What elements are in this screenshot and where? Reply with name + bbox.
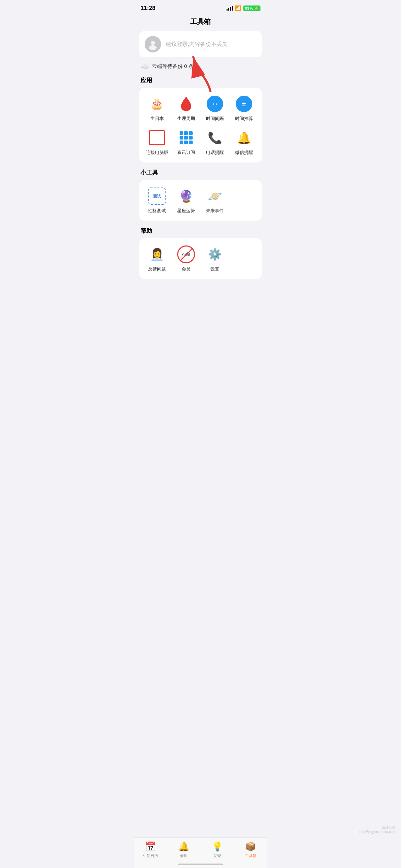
news-sub-item[interactable]: 资讯订阅 xyxy=(172,129,200,156)
cloud-backup-row: ☁️ 云端等待备份 0 条 xyxy=(134,62,267,76)
birthday-label: 生日本 xyxy=(150,116,164,122)
help-row-1: 👩‍💼 反馈问题 Ads 会员 ⚙️ 设置 xyxy=(143,245,258,272)
wechat-reminder-label: 微信提醒 xyxy=(235,149,253,156)
birthday-icon: 🎂 xyxy=(148,95,166,113)
vip-label: 会员 xyxy=(182,266,191,272)
future-events-icon: 🪐 xyxy=(206,187,224,205)
ads-text: Ads xyxy=(182,252,191,257)
future-events-label: 未来事件 xyxy=(206,208,224,214)
personality-label: 性格测试 xyxy=(148,208,166,214)
apps-row-2: 连接电脑版 资讯订阅 xyxy=(143,129,258,156)
horoscope-item[interactable]: 🔮 星座运势 xyxy=(172,187,200,214)
birthday-item[interactable]: 🎂 生日本 xyxy=(143,95,171,122)
cloud-backup-label: 云端等待备份 0 条 xyxy=(152,63,194,70)
avatar xyxy=(145,36,161,52)
svg-point-0 xyxy=(151,41,155,45)
time-calc-item[interactable]: ± 时间推算 xyxy=(230,95,258,122)
time-interval-label: 时间间隔 xyxy=(206,116,224,122)
period-icon xyxy=(177,95,195,113)
period-item[interactable]: 生理周期 xyxy=(172,95,200,122)
apps-row-1: 🎂 生日本 生理周期 ↔ 时间间隔 xyxy=(143,95,258,122)
settings-item[interactable]: ⚙️ 设置 xyxy=(201,245,229,272)
status-icons: 📶 93% ⚡ xyxy=(227,5,260,11)
wechat-reminder-item[interactable]: 🔔 微信提醒 xyxy=(230,129,258,156)
news-sub-label: 资讯订阅 xyxy=(177,149,195,156)
settings-icon: ⚙️ xyxy=(206,245,224,264)
pc-connect-item[interactable]: 连接电脑版 xyxy=(143,129,171,156)
svg-point-1 xyxy=(149,45,157,50)
signal-icon xyxy=(227,6,233,11)
period-label: 生理周期 xyxy=(177,116,195,122)
status-time: 11:28 xyxy=(141,5,155,12)
future-events-item[interactable]: 🪐 未来事件 xyxy=(201,187,229,214)
horoscope-label: 星座运势 xyxy=(177,208,195,214)
battery-indicator: 93% ⚡ xyxy=(243,5,260,11)
tools-row-1: 测试 性格测试 🔮 星座运势 🪐 未来事件 xyxy=(143,187,258,214)
apps-grid-card: 🎂 生日本 生理周期 ↔ 时间间隔 xyxy=(139,88,262,162)
settings-label: 设置 xyxy=(210,266,219,272)
personality-icon: 测试 xyxy=(148,187,166,205)
tools-grid-card: 测试 性格测试 🔮 星座运势 🪐 未来事件 xyxy=(139,180,262,221)
feedback-label: 反馈问题 xyxy=(148,266,166,272)
horoscope-icon: 🔮 xyxy=(177,187,195,205)
login-row[interactable]: 建议登录,内容备份不丢失 xyxy=(139,31,262,57)
help-grid-card: 👩‍💼 反馈问题 Ads 会员 ⚙️ 设置 xyxy=(139,238,262,279)
wifi-icon: 📶 xyxy=(235,5,241,11)
personality-item[interactable]: 测试 性格测试 xyxy=(143,187,171,214)
pc-connect-label: 连接电脑版 xyxy=(146,149,168,156)
time-interval-item[interactable]: ↔ 时间间隔 xyxy=(201,95,229,122)
help-section-header: 帮助 xyxy=(134,227,267,238)
tools-section-header: 小工具 xyxy=(134,169,267,180)
vip-item[interactable]: Ads 会员 xyxy=(172,245,200,272)
news-sub-icon xyxy=(177,129,195,147)
pc-connect-icon xyxy=(148,129,166,147)
feedback-item[interactable]: 👩‍💼 反馈问题 xyxy=(143,245,171,272)
login-hint: 建议登录,内容备份不丢失 xyxy=(166,41,228,48)
time-calc-label: 时间推算 xyxy=(235,116,253,122)
phone-reminder-icon: 📞 xyxy=(206,129,224,147)
cloud-icon: ☁️ xyxy=(141,62,149,70)
phone-reminder-item[interactable]: 📞 电话提醒 xyxy=(201,129,229,156)
time-calc-icon: ± xyxy=(235,95,253,113)
time-interval-icon: ↔ xyxy=(206,95,224,113)
vip-icon: Ads xyxy=(177,245,195,264)
wechat-reminder-icon: 🔔 xyxy=(235,129,253,147)
page-title: 工具箱 xyxy=(134,14,267,31)
phone-reminder-label: 电话提醒 xyxy=(206,149,224,156)
feedback-icon: 👩‍💼 xyxy=(148,245,166,264)
status-bar: 11:28 📶 93% ⚡ xyxy=(134,0,267,14)
apps-section-header: 应用 xyxy=(134,76,267,88)
